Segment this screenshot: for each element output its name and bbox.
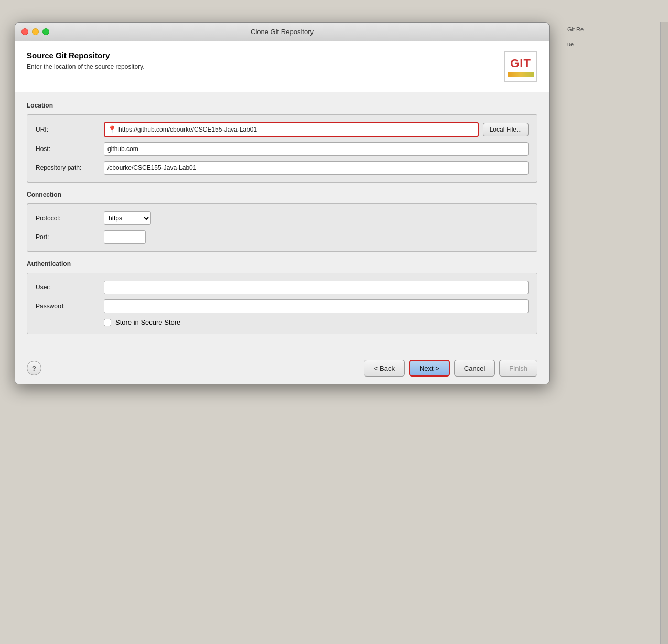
protocol-select[interactable]: https http git ssh [104, 211, 151, 225]
host-row: Host: [36, 142, 529, 156]
dialog-header: Source Git Repository Enter the location… [15, 41, 549, 92]
ide-toolbar [0, 0, 668, 21]
uri-field-container: 📍 [104, 122, 479, 137]
user-row: User: [36, 281, 529, 294]
back-button[interactable]: < Back [364, 360, 405, 377]
connection-section: Protocol: https http git ssh Port: [27, 203, 537, 252]
location-section-label: Location [27, 102, 537, 109]
cancel-button[interactable]: Cancel [454, 360, 495, 377]
uri-pin-icon: 📍 [105, 125, 118, 134]
authentication-section: User: Password: Store in Secure Store [27, 273, 537, 334]
window-title: Clone Git Repository [251, 28, 314, 36]
secure-store-checkbox[interactable] [104, 319, 111, 326]
next-button[interactable]: Next > [409, 360, 450, 377]
authentication-section-label: Authentication [27, 260, 537, 267]
uri-input[interactable] [118, 123, 478, 136]
ue-label: ue [563, 37, 668, 51]
window-controls [21, 28, 49, 35]
clone-git-dialog: Clone Git Repository Source Git Reposito… [15, 22, 550, 384]
uri-label: URI: [36, 126, 104, 133]
ide-right-panel: Git Re ue [563, 22, 668, 644]
repo-path-label: Repository path: [36, 164, 104, 171]
location-section: URI: 📍 Local File... Host: [27, 114, 537, 183]
help-button[interactable]: ? [27, 361, 41, 375]
maximize-button[interactable] [42, 28, 49, 35]
repo-path-row: Repository path: [36, 161, 529, 175]
secure-store-checkbox-row: Store in Secure Store [104, 318, 180, 326]
dialog-footer: ? < Back Next > Cancel Finish [15, 352, 549, 384]
dialog-header-text: Source Git Repository Enter the location… [27, 51, 504, 70]
minimize-button[interactable] [32, 28, 39, 35]
git-logo-text: GIT [510, 57, 531, 70]
dialog-body: Location URI: 📍 Local File... Host: [15, 92, 549, 352]
uri-input-wrapper: 📍 Local File... [104, 122, 529, 137]
git-logo: GIT [504, 51, 537, 82]
port-input[interactable] [104, 230, 146, 244]
right-scrollbar[interactable] [660, 22, 668, 644]
dialog-subtitle: Enter the location of the source reposit… [27, 63, 504, 70]
git-logo-bar [508, 72, 534, 77]
user-input[interactable] [104, 281, 529, 294]
close-button[interactable] [21, 28, 28, 35]
footer-buttons: < Back Next > Cancel Finish [364, 360, 537, 377]
finish-button[interactable]: Finish [499, 360, 537, 377]
password-row: Password: [36, 299, 529, 313]
repo-path-input[interactable] [104, 161, 529, 175]
uri-row: URI: 📍 Local File... [36, 122, 529, 137]
secure-store-row: Store in Secure Store [36, 318, 529, 326]
password-input[interactable] [104, 299, 529, 313]
port-label: Port: [36, 233, 104, 241]
protocol-label: Protocol: [36, 214, 104, 222]
host-label: Host: [36, 145, 104, 153]
protocol-row: Protocol: https http git ssh [36, 211, 529, 225]
window-titlebar: Clone Git Repository [15, 23, 549, 41]
git-repos-label: Git Re [563, 22, 668, 37]
dialog-title: Source Git Repository [27, 51, 504, 60]
dialog-content: Source Git Repository Enter the location… [15, 41, 549, 384]
connection-section-label: Connection [27, 191, 537, 198]
password-label: Password: [36, 303, 104, 310]
secure-store-label: Store in Secure Store [115, 318, 180, 326]
port-row: Port: [36, 230, 529, 244]
user-label: User: [36, 284, 104, 291]
local-file-button[interactable]: Local File... [483, 123, 529, 136]
host-input[interactable] [104, 142, 529, 156]
